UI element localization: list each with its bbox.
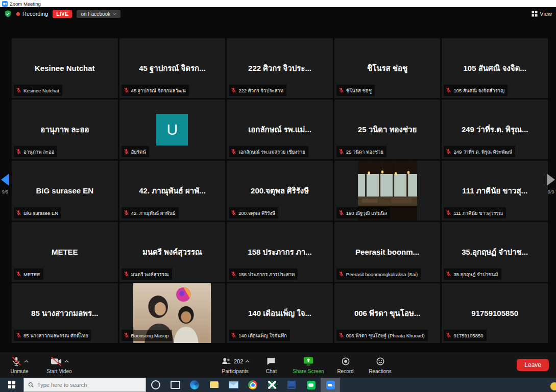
task-view-icon[interactable] — [165, 378, 185, 392]
participant-name-tag: Peerasit boonmongkolraksa (Sai) — [336, 268, 421, 280]
participant-name-tag: 006 พีรตา ขุนโอษฐ์ (Phirata Khuoad) — [336, 330, 428, 341]
unmute-label: Unmute — [10, 369, 28, 374]
participants-icon — [221, 356, 232, 367]
view-button[interactable]: View — [531, 11, 552, 17]
participant-display-name: Kesinee Nutchat — [30, 64, 100, 72]
chrome-icon[interactable] — [243, 378, 262, 392]
muted-microphone-icon — [11, 356, 22, 367]
reactions-button[interactable]: Reactions — [367, 355, 394, 374]
participant-display-name: 249 ว่าที่ร.ต. พิรุณ... — [456, 124, 534, 136]
chevron-up-icon[interactable] — [64, 360, 69, 363]
previous-page-arrow-icon[interactable] — [1, 174, 9, 186]
share-screen-icon — [303, 356, 314, 366]
participant-name-text: BiG surasee EN — [23, 210, 58, 216]
participant-display-name: Peerasit boonm... — [350, 248, 424, 256]
facebook-stream-dropdown[interactable]: on Facebook — [77, 10, 120, 18]
security-shield-icon[interactable] — [4, 10, 12, 18]
share-screen-button[interactable]: Share Screen — [293, 355, 324, 374]
recording-label: Recording — [22, 11, 48, 17]
participant-tile[interactable]: Peerasit boonm...Peerasit boonmongkolrak… — [334, 222, 441, 282]
participant-tile[interactable]: 35.อุกฤษฏ์ จำปาช...35.อุกฤษฏ์ จำปาชนม์ — [442, 222, 548, 282]
participant-name-text: อัยรัตน์ — [131, 148, 146, 156]
start-video-button[interactable]: Start Video — [46, 355, 72, 374]
participant-tile[interactable]: 158 ประภากร ภา...158 ประภากร ภารประสาท — [227, 222, 333, 282]
line-icon[interactable] — [301, 378, 321, 392]
file-explorer-icon[interactable] — [204, 378, 224, 392]
participant-tile[interactable]: เอกลักษณ์ รพ.แม่...เอกลักษณ์ รพ.แม่สรวย … — [227, 100, 333, 159]
video-off-icon — [50, 356, 62, 367]
participant-name-text: 249 ว่าที่ร.ต. พิรุณ ศิระพัฒน์ — [453, 148, 512, 156]
grid-view-icon — [531, 11, 538, 17]
participant-tile[interactable]: BiG surasee ENBiG surasee EN — [12, 161, 118, 220]
participant-name-text: Boonsong Masup — [131, 333, 169, 338]
participant-display-name: 35.อุกฤษฏ์ จำปาช... — [456, 246, 533, 258]
participant-tile[interactable]: 25 วนิดา ทองช่วย25 วนิดา ทองช่วย — [334, 100, 441, 159]
participant-tile[interactable]: 190 ณัฐวุฒิ แท่นนิล — [334, 161, 441, 220]
record-icon — [341, 356, 351, 366]
participant-display-name: 85 นางสาวกมลพร... — [26, 307, 103, 320]
cortana-icon[interactable] — [146, 378, 165, 392]
live-badge: LIVE — [53, 10, 72, 18]
participant-tile[interactable]: 85 นางสาวกมลพร...85 นางสาวกมลพรรณ ศักดิ์… — [12, 283, 118, 343]
participant-tile[interactable]: ชิโนรส ช่อชูชิโนรส ช่อชู — [334, 38, 441, 98]
excel-icon[interactable] — [262, 378, 282, 392]
participants-button[interactable]: 202 Participants — [221, 355, 250, 374]
search-input[interactable] — [37, 382, 141, 388]
notification-icon[interactable] — [550, 382, 556, 390]
chevron-up-icon[interactable] — [245, 360, 250, 363]
unmute-button[interactable]: Unmute — [6, 355, 33, 374]
participant-display-name: 222 ศิวกร จิวประ... — [243, 62, 317, 75]
muted-mic-icon — [16, 331, 21, 340]
chevron-up-icon[interactable] — [24, 360, 29, 363]
taskbar-app-icons — [146, 378, 340, 392]
participant-name-text: Peerasit boonmongkolraksa (Sai) — [346, 272, 418, 277]
edge-icon[interactable] — [185, 378, 204, 392]
start-button[interactable] — [0, 378, 23, 392]
participant-tile[interactable]: Boonsong Masup — [119, 283, 226, 343]
chat-button[interactable]: Chat — [258, 355, 284, 374]
zoom-icon[interactable] — [321, 378, 340, 392]
muted-mic-icon — [446, 86, 451, 95]
word-icon[interactable] — [282, 378, 301, 392]
participant-tile[interactable]: 200.จตุพล ศิริรังษี200.จตุพล ศิริรังษี — [227, 161, 333, 220]
record-button[interactable]: Record — [332, 355, 359, 374]
participant-tile[interactable]: Uอัยรัตน์ — [119, 100, 226, 159]
participant-name-tag: Kesinee Nutchat — [14, 85, 62, 96]
participant-tile[interactable]: 222 ศิวกร จิวประ...222 ศิวกร จิวประสาท — [227, 38, 333, 98]
leave-button[interactable]: Leave — [517, 359, 549, 371]
next-page-control: 9/9 — [547, 174, 555, 194]
participant-name-text: 35.อุกฤษฏ์ จำปาชนม์ — [453, 271, 498, 278]
participant-tile[interactable]: 42. ภาณุพันธ์ ผาพั...42. ภาณุพันธ์ ผาพัน… — [119, 161, 226, 220]
participant-display-name: 006 พีรตา ขุนโอษ... — [349, 307, 425, 320]
reactions-icon — [375, 356, 385, 366]
taskbar-search[interactable] — [23, 378, 146, 392]
zoom-app-icon — [2, 1, 8, 7]
page-indicator-left: 9/9 — [2, 189, 9, 194]
participant-name-text: METEE — [23, 272, 40, 277]
participant-tile[interactable]: 006 พีรตา ขุนโอษ...006 พีรตา ขุนโอษฐ์ (P… — [334, 283, 441, 343]
participant-tile[interactable]: Kesinee NutchatKesinee Nutchat — [12, 38, 118, 98]
participant-tile[interactable]: 140 เดือนเพ็ญ ใจ...140 เดือนเพ็ญ ใจจันทึ… — [227, 283, 333, 343]
participant-name-tag: METEE — [14, 268, 43, 280]
participant-tile[interactable]: อานุภาพ ละอออานุภาพ ละออ — [12, 100, 118, 159]
participant-name-text: 140 เดือนเพ็ญ ใจจันทึก — [238, 332, 287, 339]
participant-tile[interactable]: 9175910585091759105850 — [442, 283, 548, 343]
mail-icon[interactable] — [224, 378, 243, 392]
participant-display-name: มนตรี พงค์สุวรรณ — [137, 246, 207, 258]
participant-tile[interactable]: 105 สันศณิ จงจิต...105 สันศณิ จงจิตสำราญ — [442, 38, 548, 98]
meeting-topbar: Recording LIVE on Facebook View — [0, 7, 556, 20]
participant-tile[interactable]: 45 ฐาปกรณ์ จิตรก...45 ฐาปกรณ์ จิตรกมลวัฒ… — [119, 38, 226, 98]
participant-avatar: U — [156, 114, 188, 145]
participant-tile[interactable]: METEEMETEE — [12, 222, 118, 282]
participant-name-tag: 85 นางสาวกมลพรรณ ศักดิ์ไทย — [14, 330, 91, 341]
participant-tile[interactable]: มนตรี พงค์สุวรรณมนตรี พงค์สุวรรณ — [119, 222, 226, 282]
participant-name-tag: 140 เดือนเพ็ญ ใจจันทึก — [229, 330, 290, 341]
participant-display-name: 200.จตุพล ศิริรังษี — [246, 185, 314, 197]
participant-tile[interactable]: 249 ว่าที่ร.ต. พิรุณ...249 ว่าที่ร.ต. พิ… — [442, 100, 548, 159]
next-page-arrow-icon[interactable] — [547, 174, 555, 186]
participant-name-text: Kesinee Nutchat — [23, 88, 59, 93]
muted-mic-icon — [124, 147, 129, 156]
muted-mic-icon — [124, 270, 129, 279]
participant-tile[interactable]: 111 ภาคีนัย ขาวสุ...111 ภาคีนัย ขาวสุวรร… — [442, 161, 548, 220]
window-title: Zoom Meeting — [10, 1, 41, 7]
